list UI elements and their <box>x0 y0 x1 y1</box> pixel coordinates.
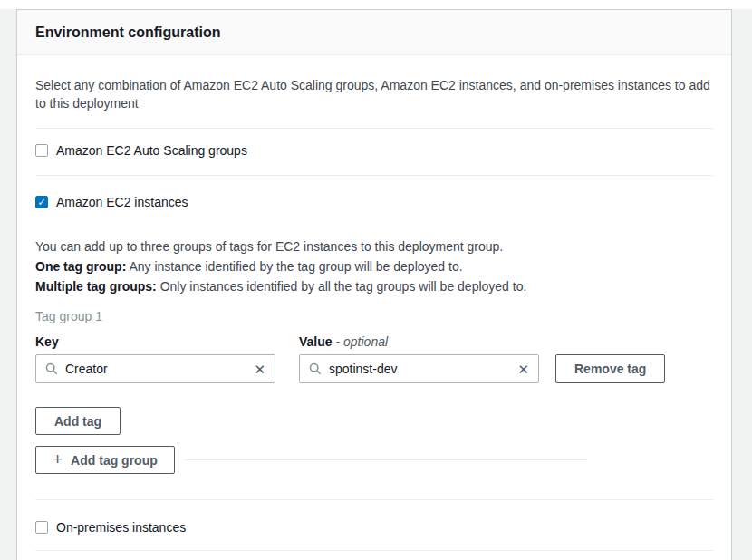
page-top-strip <box>0 0 752 9</box>
key-field: Key ✕ <box>35 334 275 383</box>
add-tag-group-row: + Add tag group <box>35 446 713 474</box>
ec2-instances-checkbox[interactable]: ✓ <box>35 196 48 208</box>
add-tag-button[interactable]: Add tag <box>35 407 121 435</box>
checkbox-row-on-premises: On-premises instances <box>35 520 713 535</box>
plus-icon: + <box>53 450 63 468</box>
tag-fields-row: Key ✕ Value - optional <box>35 334 713 383</box>
help-one-tag-line: One tag group: Any instance identified b… <box>35 256 713 276</box>
search-icon <box>45 362 58 375</box>
on-premises-checkbox[interactable] <box>35 521 48 534</box>
help-intro-line: You can add up to three groups of tags f… <box>35 237 713 256</box>
optional-label: - optional <box>335 334 388 349</box>
key-input[interactable] <box>65 362 248 376</box>
tag-group-title: Tag group 1 <box>35 309 713 323</box>
checkbox-row-ec2-instances: ✓ Amazon EC2 instances <box>35 195 713 209</box>
ec2-instances-label: Amazon EC2 instances <box>56 195 188 209</box>
panel-title: Environment configuration <box>35 24 713 41</box>
help-multi-tag-line: Multiple tag groups: Only instances iden… <box>35 276 713 296</box>
search-icon <box>309 362 322 375</box>
divider <box>35 550 713 551</box>
value-input[interactable] <box>329 362 512 376</box>
auto-scaling-groups-label: Amazon EC2 Auto Scaling groups <box>56 143 247 158</box>
panel-description: Select any combination of Amazon EC2 Aut… <box>35 76 713 112</box>
key-label: Key <box>35 334 275 349</box>
check-icon: ✓ <box>37 197 45 207</box>
key-search-box: ✕ <box>35 354 275 383</box>
remove-tag-button[interactable]: Remove tag <box>555 354 665 383</box>
clear-value-icon[interactable]: ✕ <box>517 362 529 376</box>
divider <box>35 128 713 129</box>
divider <box>184 459 587 460</box>
divider <box>35 175 713 176</box>
value-label: Value - optional <box>299 334 539 349</box>
value-search-box: ✕ <box>299 354 539 383</box>
divider <box>35 499 713 500</box>
panel-header: Environment configuration <box>17 10 731 55</box>
value-field: Value - optional ✕ <box>299 334 539 383</box>
auto-scaling-groups-checkbox[interactable] <box>35 144 48 157</box>
add-tag-group-button[interactable]: + Add tag group <box>35 446 175 474</box>
panel-body: Select any combination of Amazon EC2 Aut… <box>17 55 731 560</box>
ec2-tags-help-text: You can add up to three groups of tags f… <box>35 237 713 296</box>
clear-key-icon[interactable]: ✕ <box>254 362 265 376</box>
on-premises-label: On-premises instances <box>56 520 186 535</box>
environment-configuration-panel: Environment configuration Select any com… <box>16 9 732 560</box>
checkbox-row-auto-scaling-groups: Amazon EC2 Auto Scaling groups <box>35 143 713 158</box>
